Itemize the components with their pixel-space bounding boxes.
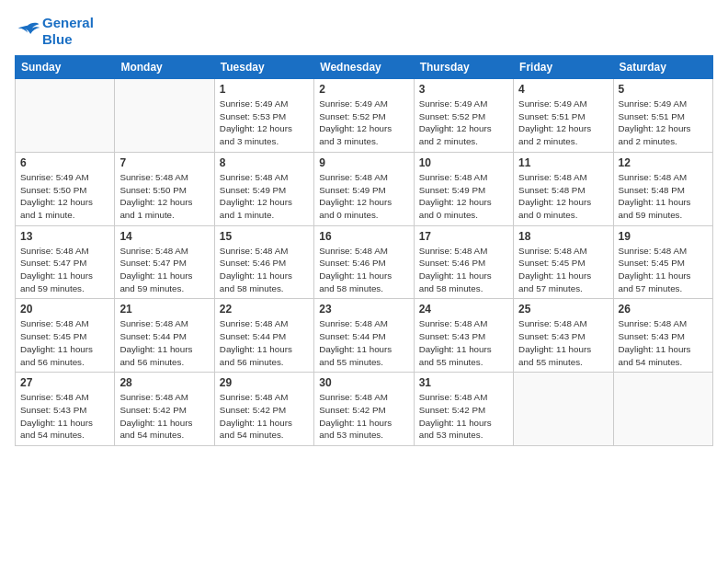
day-info: Sunrise: 5:49 AM Sunset: 5:51 PM Dayligh…: [619, 98, 708, 148]
day-number: 27: [20, 376, 109, 389]
calendar-day-cell: 18Sunrise: 5:48 AM Sunset: 5:45 PM Dayli…: [514, 225, 613, 299]
calendar-day-cell: 22Sunrise: 5:48 AM Sunset: 5:44 PM Dayli…: [214, 299, 313, 373]
day-number: 25: [518, 303, 608, 316]
day-number: 6: [20, 156, 109, 169]
calendar-day-cell: 2Sunrise: 5:49 AM Sunset: 5:52 PM Daylig…: [314, 79, 414, 153]
calendar-day-cell: 17Sunrise: 5:48 AM Sunset: 5:46 PM Dayli…: [414, 225, 513, 299]
calendar-table: SundayMondayTuesdayWednesdayThursdayFrid…: [15, 55, 713, 446]
day-number: 22: [220, 303, 309, 316]
calendar-day-cell: [514, 373, 613, 446]
calendar-day-cell: 28Sunrise: 5:48 AM Sunset: 5:42 PM Dayli…: [115, 373, 214, 446]
day-info: Sunrise: 5:48 AM Sunset: 5:43 PM Dayligh…: [20, 391, 109, 442]
day-info: Sunrise: 5:49 AM Sunset: 5:53 PM Dayligh…: [220, 98, 309, 148]
day-number: 9: [319, 156, 408, 169]
day-number: 1: [220, 83, 309, 96]
day-info: Sunrise: 5:48 AM Sunset: 5:43 PM Dayligh…: [619, 317, 708, 368]
day-info: Sunrise: 5:49 AM Sunset: 5:50 PM Dayligh…: [20, 171, 109, 222]
day-number: 17: [419, 230, 508, 243]
day-info: Sunrise: 5:48 AM Sunset: 5:45 PM Dayligh…: [619, 245, 708, 295]
calendar-day-cell: 31Sunrise: 5:48 AM Sunset: 5:42 PM Dayli…: [414, 373, 513, 446]
calendar-day-cell: 19Sunrise: 5:48 AM Sunset: 5:45 PM Dayli…: [613, 225, 712, 299]
weekday-header: Tuesday: [214, 56, 313, 79]
day-info: Sunrise: 5:48 AM Sunset: 5:49 PM Dayligh…: [319, 171, 408, 222]
day-info: Sunrise: 5:49 AM Sunset: 5:51 PM Dayligh…: [518, 98, 608, 148]
calendar-week-row: 1Sunrise: 5:49 AM Sunset: 5:53 PM Daylig…: [16, 79, 713, 153]
calendar-day-cell: 1Sunrise: 5:49 AM Sunset: 5:53 PM Daylig…: [214, 79, 313, 153]
day-info: Sunrise: 5:48 AM Sunset: 5:43 PM Dayligh…: [419, 317, 508, 368]
day-info: Sunrise: 5:48 AM Sunset: 5:45 PM Dayligh…: [518, 245, 608, 295]
day-number: 19: [619, 230, 708, 243]
calendar-day-cell: 11Sunrise: 5:48 AM Sunset: 5:48 PM Dayli…: [514, 152, 613, 225]
weekday-header: Friday: [514, 56, 613, 79]
day-number: 3: [419, 83, 508, 96]
day-number: 11: [518, 156, 608, 169]
day-number: 10: [419, 156, 508, 169]
calendar-week-row: 13Sunrise: 5:48 AM Sunset: 5:47 PM Dayli…: [16, 225, 713, 299]
calendar-day-cell: 7Sunrise: 5:48 AM Sunset: 5:50 PM Daylig…: [115, 152, 214, 225]
day-info: Sunrise: 5:48 AM Sunset: 5:49 PM Dayligh…: [419, 171, 508, 222]
day-number: 5: [619, 83, 708, 96]
calendar-day-cell: 30Sunrise: 5:48 AM Sunset: 5:42 PM Dayli…: [314, 373, 414, 446]
calendar-day-cell: 27Sunrise: 5:48 AM Sunset: 5:43 PM Dayli…: [16, 373, 115, 446]
day-number: 20: [20, 303, 109, 316]
day-number: 4: [518, 83, 608, 96]
calendar-day-cell: 23Sunrise: 5:48 AM Sunset: 5:44 PM Dayli…: [314, 299, 414, 373]
day-info: Sunrise: 5:48 AM Sunset: 5:42 PM Dayligh…: [319, 391, 408, 442]
calendar-header: SundayMondayTuesdayWednesdayThursdayFrid…: [16, 56, 713, 79]
day-number: 2: [319, 83, 408, 96]
day-info: Sunrise: 5:49 AM Sunset: 5:52 PM Dayligh…: [419, 98, 508, 148]
calendar-day-cell: 9Sunrise: 5:48 AM Sunset: 5:49 PM Daylig…: [314, 152, 414, 225]
logo-bird-icon: [15, 21, 40, 41]
day-number: 21: [119, 303, 209, 316]
day-info: Sunrise: 5:48 AM Sunset: 5:45 PM Dayligh…: [20, 317, 109, 368]
calendar-week-row: 20Sunrise: 5:48 AM Sunset: 5:45 PM Dayli…: [16, 299, 713, 373]
day-info: Sunrise: 5:48 AM Sunset: 5:47 PM Dayligh…: [119, 245, 209, 295]
calendar-day-cell: 26Sunrise: 5:48 AM Sunset: 5:43 PM Dayli…: [613, 299, 712, 373]
weekday-header: Monday: [115, 56, 214, 79]
calendar-day-cell: 14Sunrise: 5:48 AM Sunset: 5:47 PM Dayli…: [115, 225, 214, 299]
day-number: 16: [319, 230, 408, 243]
day-info: Sunrise: 5:48 AM Sunset: 5:43 PM Dayligh…: [518, 317, 608, 368]
calendar-day-cell: 21Sunrise: 5:48 AM Sunset: 5:44 PM Dayli…: [115, 299, 214, 373]
weekday-header: Sunday: [16, 56, 115, 79]
day-info: Sunrise: 5:48 AM Sunset: 5:42 PM Dayligh…: [119, 391, 209, 442]
day-info: Sunrise: 5:48 AM Sunset: 5:47 PM Dayligh…: [20, 245, 109, 295]
day-number: 29: [220, 376, 309, 389]
logo-text: General Blue: [42, 15, 94, 48]
calendar-day-cell: [115, 79, 214, 153]
calendar-day-cell: 6Sunrise: 5:49 AM Sunset: 5:50 PM Daylig…: [16, 152, 115, 225]
calendar-day-cell: 3Sunrise: 5:49 AM Sunset: 5:52 PM Daylig…: [414, 79, 513, 153]
day-number: 28: [119, 376, 209, 389]
day-info: Sunrise: 5:48 AM Sunset: 5:44 PM Dayligh…: [119, 317, 209, 368]
calendar-day-cell: 8Sunrise: 5:48 AM Sunset: 5:49 PM Daylig…: [214, 152, 313, 225]
calendar-day-cell: 15Sunrise: 5:48 AM Sunset: 5:46 PM Dayli…: [214, 225, 313, 299]
day-info: Sunrise: 5:48 AM Sunset: 5:44 PM Dayligh…: [220, 317, 309, 368]
weekday-header: Saturday: [613, 56, 712, 79]
calendar-day-cell: [613, 373, 712, 446]
day-info: Sunrise: 5:48 AM Sunset: 5:44 PM Dayligh…: [319, 317, 408, 368]
calendar-day-cell: 16Sunrise: 5:48 AM Sunset: 5:46 PM Dayli…: [314, 225, 414, 299]
calendar-day-cell: 25Sunrise: 5:48 AM Sunset: 5:43 PM Dayli…: [514, 299, 613, 373]
day-number: 8: [220, 156, 309, 169]
calendar-week-row: 6Sunrise: 5:49 AM Sunset: 5:50 PM Daylig…: [16, 152, 713, 225]
day-info: Sunrise: 5:48 AM Sunset: 5:46 PM Dayligh…: [319, 245, 408, 295]
day-info: Sunrise: 5:48 AM Sunset: 5:49 PM Dayligh…: [220, 171, 309, 222]
calendar-day-cell: 29Sunrise: 5:48 AM Sunset: 5:42 PM Dayli…: [214, 373, 313, 446]
day-number: 13: [20, 230, 109, 243]
day-info: Sunrise: 5:48 AM Sunset: 5:48 PM Dayligh…: [518, 171, 608, 222]
day-number: 15: [220, 230, 309, 243]
day-info: Sunrise: 5:48 AM Sunset: 5:46 PM Dayligh…: [419, 245, 508, 295]
weekday-header: Thursday: [414, 56, 513, 79]
logo: General Blue: [15, 15, 94, 48]
day-info: Sunrise: 5:48 AM Sunset: 5:50 PM Dayligh…: [119, 171, 209, 222]
page-header: General Blue: [15, 15, 713, 48]
day-info: Sunrise: 5:48 AM Sunset: 5:48 PM Dayligh…: [619, 171, 708, 222]
day-info: Sunrise: 5:48 AM Sunset: 5:46 PM Dayligh…: [220, 245, 309, 295]
calendar-day-cell: [16, 79, 115, 153]
day-info: Sunrise: 5:49 AM Sunset: 5:52 PM Dayligh…: [319, 98, 408, 148]
day-number: 30: [319, 376, 408, 389]
day-info: Sunrise: 5:48 AM Sunset: 5:42 PM Dayligh…: [419, 391, 508, 442]
calendar-day-cell: 20Sunrise: 5:48 AM Sunset: 5:45 PM Dayli…: [16, 299, 115, 373]
calendar-day-cell: 10Sunrise: 5:48 AM Sunset: 5:49 PM Dayli…: [414, 152, 513, 225]
day-number: 23: [319, 303, 408, 316]
